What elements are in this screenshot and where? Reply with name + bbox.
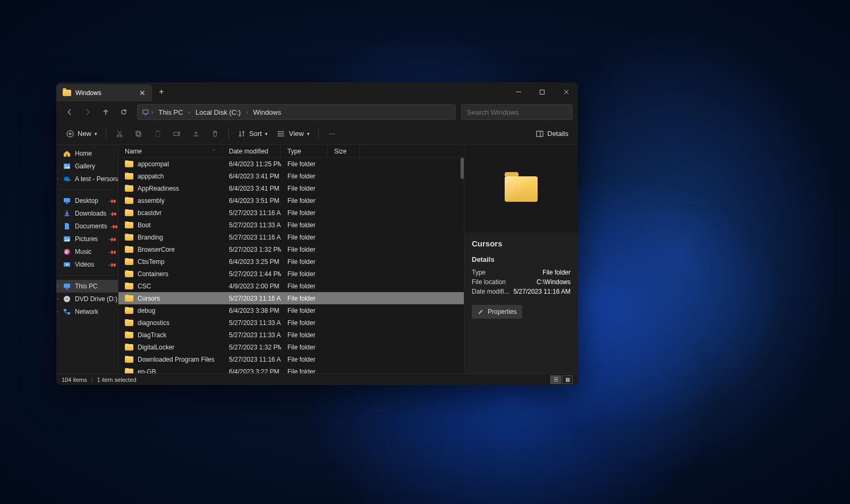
rename-button[interactable] <box>168 126 186 142</box>
copy-button[interactable] <box>130 126 148 142</box>
sidebar-item-label: Music <box>75 248 91 255</box>
file-row[interactable]: appcompat6/4/2023 11:25 PMFile folder <box>118 158 464 170</box>
file-date: 5/27/2023 11:33 AM <box>223 221 281 229</box>
sidebar-item-a-test-personal[interactable]: ›A test - Personal <box>56 173 118 185</box>
view-button[interactable]: View▾ <box>273 126 314 142</box>
sidebar-item-gallery[interactable]: Gallery <box>56 160 118 173</box>
sidebar-item-home[interactable]: Home <box>56 147 118 160</box>
file-row[interactable]: debug6/4/2023 3:38 PMFile folder <box>118 304 464 317</box>
chevron-right-icon: › <box>57 309 58 314</box>
file-row[interactable]: Branding5/27/2023 11:16 AMFile folder <box>118 231 464 243</box>
scrollbar-thumb[interactable] <box>461 158 464 179</box>
tab-active[interactable]: Windows ✕ <box>56 84 152 101</box>
column-header-size[interactable]: Size <box>328 145 360 157</box>
share-button[interactable] <box>187 126 205 142</box>
sidebar-item-music[interactable]: Music📌 <box>56 245 118 258</box>
column-header-name[interactable]: Name⌃ <box>118 145 223 157</box>
details-row: Date modifi...5/27/2023 11:16 AM <box>472 288 571 295</box>
file-name: assembly <box>138 197 165 204</box>
sidebar-item-desktop[interactable]: Desktop📌 <box>56 194 118 207</box>
chevron-right-icon: › <box>57 284 58 289</box>
file-date: 5/27/2023 1:32 PM <box>223 344 281 351</box>
sidebar-item-label: A test - Personal <box>75 175 118 183</box>
file-row[interactable]: Boot5/27/2023 11:33 AMFile folder <box>118 219 464 231</box>
file-row[interactable]: DiagTrack5/27/2023 11:33 AMFile folder <box>118 329 464 341</box>
delete-button[interactable] <box>206 126 224 142</box>
sidebar-item-dvd-drive-d-ccc[interactable]: ›DVD Drive (D:) CCC <box>56 293 118 305</box>
details-toggle-button[interactable]: Details <box>531 126 573 142</box>
file-row[interactable]: CSC4/9/2023 2:00 PMFile folder <box>118 280 464 292</box>
music-icon <box>63 247 71 256</box>
file-date: 6/4/2023 3:38 PM <box>223 307 281 314</box>
folder-icon <box>125 161 133 167</box>
column-header-type[interactable]: Type <box>281 145 328 157</box>
file-date: 5/27/2023 11:16 AM <box>223 356 281 363</box>
file-date: 6/4/2023 3:25 PM <box>223 258 281 266</box>
file-date: 5/27/2023 11:33 AM <box>223 319 281 327</box>
sidebar-item-documents[interactable]: Documents📌 <box>56 220 118 233</box>
file-name: Containers <box>138 270 168 278</box>
file-type: File folder <box>281 185 328 192</box>
file-row[interactable]: Containers5/27/2023 1:44 PMFile folder <box>118 268 464 280</box>
new-button[interactable]: New▾ <box>62 126 101 142</box>
breadcrumb-part[interactable]: Local Disk (C:) <box>192 107 244 117</box>
file-row[interactable]: bcastdvr5/27/2023 11:16 AMFile folder <box>118 207 464 219</box>
file-row[interactable]: en-GB6/4/2023 3:22 PMFile folder <box>118 365 464 373</box>
column-header-date-modified[interactable]: Date modified <box>223 145 281 157</box>
breadcrumb-part[interactable]: Windows <box>250 107 285 117</box>
file-row[interactable]: diagnostics5/27/2023 11:33 AMFile folder <box>118 317 464 329</box>
forward-button[interactable] <box>80 104 96 120</box>
up-button[interactable] <box>98 104 114 120</box>
svg-point-27 <box>334 133 335 134</box>
folder-icon <box>125 246 133 253</box>
file-date: 5/27/2023 1:44 PM <box>223 270 281 278</box>
search-input[interactable] <box>461 104 573 120</box>
selection-count: 1 item selected <box>97 377 137 383</box>
file-row[interactable]: BrowserCore5/27/2023 1:32 PMFile folder <box>118 243 464 255</box>
chevron-down-icon: ▾ <box>265 131 268 136</box>
thumbnails-view-toggle[interactable]: ▦ <box>562 375 573 384</box>
address-bar[interactable]: › This PC › Local Disk (C:) › Windows <box>137 104 456 120</box>
file-date: 6/4/2023 3:51 PM <box>223 197 281 204</box>
file-row[interactable]: apppatch6/4/2023 3:41 PMFile folder <box>118 170 464 182</box>
network-icon <box>63 307 71 316</box>
minimize-button[interactable] <box>506 82 530 101</box>
file-row[interactable]: CbsTemp6/4/2023 3:25 PMFile folder <box>118 255 464 268</box>
svg-point-25 <box>329 133 330 134</box>
cut-button[interactable] <box>110 126 129 142</box>
file-row[interactable]: DigitalLocker5/27/2023 1:32 PMFile folde… <box>118 341 464 353</box>
back-button[interactable] <box>62 104 78 120</box>
chevron-right-icon: › <box>57 176 58 182</box>
new-tab-button[interactable]: + <box>152 82 171 101</box>
breadcrumb-part[interactable]: This PC <box>155 107 186 117</box>
folder-icon <box>125 271 133 277</box>
file-row[interactable]: AppReadiness6/4/2023 3:41 PMFile folder <box>118 182 464 194</box>
sidebar-item-label: Network <box>75 308 98 315</box>
status-bar: 104 items | 1 item selected ☰ ▦ <box>56 373 578 385</box>
sidebar-item-videos[interactable]: Videos📌 <box>56 258 118 271</box>
paste-button[interactable] <box>149 126 167 142</box>
sidebar-item-downloads[interactable]: Downloads📌 <box>56 207 118 220</box>
file-row[interactable]: Cursors5/27/2023 11:16 AMFile folder <box>118 292 464 304</box>
close-window-button[interactable] <box>554 82 578 101</box>
close-tab-button[interactable]: ✕ <box>139 89 146 97</box>
file-type: File folder <box>281 209 328 217</box>
maximize-button[interactable] <box>530 82 554 101</box>
svg-point-31 <box>65 165 66 166</box>
sidebar-item-pictures[interactable]: Pictures📌 <box>56 233 118 245</box>
file-type: File folder <box>281 356 328 363</box>
file-row[interactable]: assembly6/4/2023 3:51 PMFile folder <box>118 194 464 207</box>
file-type: File folder <box>281 221 328 229</box>
sidebar-item-network[interactable]: ›Network <box>56 305 118 318</box>
file-name: Cursors <box>138 295 160 302</box>
refresh-button[interactable] <box>116 104 132 120</box>
file-row[interactable]: Downloaded Program Files5/27/2023 11:16 … <box>118 353 464 365</box>
svg-rect-43 <box>67 312 70 314</box>
sidebar-item-this-pc[interactable]: ›This PC <box>56 280 118 293</box>
svg-line-12 <box>117 131 121 135</box>
sort-button[interactable]: Sort▾ <box>233 126 272 142</box>
details-view-toggle[interactable]: ☰ <box>550 375 561 384</box>
properties-button[interactable]: Properties <box>472 305 522 319</box>
more-button[interactable] <box>323 126 341 142</box>
home-icon <box>63 149 71 158</box>
